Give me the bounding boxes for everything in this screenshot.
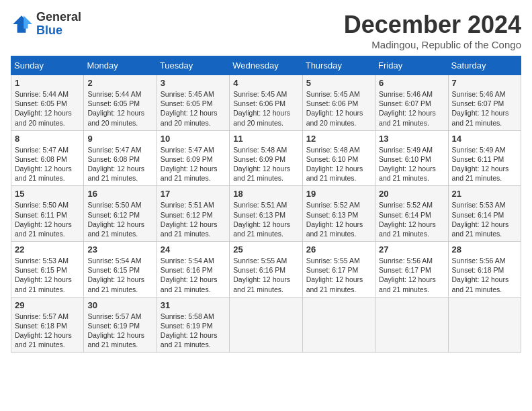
day-content: Sunrise: 5:48 AMSunset: 6:10 PMDaylight:…	[306, 145, 371, 183]
table-row: 17Sunrise: 5:51 AMSunset: 6:12 PMDayligh…	[157, 186, 229, 242]
day-content: Sunrise: 5:52 AMSunset: 6:14 PMDaylight:…	[379, 200, 444, 238]
page-header: General Blue December 2024 Madingou, Rep…	[11, 11, 521, 50]
day-content: Sunrise: 5:50 AMSunset: 6:11 PMDaylight:…	[15, 200, 80, 238]
table-row: 24Sunrise: 5:54 AMSunset: 6:16 PMDayligh…	[157, 242, 229, 298]
calendar-body: 1Sunrise: 5:44 AMSunset: 6:05 PMDaylight…	[11, 75, 521, 353]
table-row: 5Sunrise: 5:45 AMSunset: 6:06 PMDaylight…	[302, 75, 375, 131]
weekday-header-friday: Friday	[375, 56, 448, 75]
day-number: 17	[161, 189, 226, 199]
table-row	[230, 297, 302, 353]
day-number: 4	[233, 78, 298, 88]
table-row: 15Sunrise: 5:50 AMSunset: 6:11 PMDayligh…	[11, 186, 84, 242]
table-row: 29Sunrise: 5:57 AMSunset: 6:18 PMDayligh…	[11, 297, 84, 353]
day-content: Sunrise: 5:57 AMSunset: 6:18 PMDaylight:…	[15, 312, 80, 350]
day-number: 7	[452, 78, 517, 88]
weekday-header-thursday: Thursday	[302, 56, 375, 75]
calendar-week-4: 22Sunrise: 5:53 AMSunset: 6:15 PMDayligh…	[11, 242, 521, 298]
day-content: Sunrise: 5:45 AMSunset: 6:06 PMDaylight:…	[233, 89, 298, 128]
day-content: Sunrise: 5:57 AMSunset: 6:19 PMDaylight:…	[87, 312, 152, 350]
table-row: 28Sunrise: 5:56 AMSunset: 6:18 PMDayligh…	[448, 242, 521, 298]
weekday-row: SundayMondayTuesdayWednesdayThursdayFrid…	[11, 56, 521, 75]
weekday-header-wednesday: Wednesday	[230, 56, 302, 75]
table-row	[302, 297, 375, 353]
day-content: Sunrise: 5:49 AMSunset: 6:10 PMDaylight:…	[379, 145, 444, 183]
table-row: 26Sunrise: 5:55 AMSunset: 6:17 PMDayligh…	[302, 242, 375, 298]
table-row: 8Sunrise: 5:47 AMSunset: 6:08 PMDaylight…	[11, 130, 84, 186]
day-number: 19	[306, 189, 371, 199]
table-row: 25Sunrise: 5:55 AMSunset: 6:16 PMDayligh…	[230, 242, 302, 298]
weekday-header-saturday: Saturday	[448, 56, 521, 75]
calendar-table: SundayMondayTuesdayWednesdayThursdayFrid…	[11, 56, 521, 353]
table-row: 18Sunrise: 5:51 AMSunset: 6:13 PMDayligh…	[230, 186, 302, 242]
day-number: 28	[452, 244, 517, 255]
day-number: 2	[87, 78, 152, 88]
table-row: 2Sunrise: 5:44 AMSunset: 6:05 PMDaylight…	[84, 75, 157, 131]
day-number: 10	[161, 134, 226, 144]
table-row: 31Sunrise: 5:58 AMSunset: 6:19 PMDayligh…	[157, 297, 229, 353]
weekday-header-monday: Monday	[84, 56, 157, 75]
calendar-week-3: 15Sunrise: 5:50 AMSunset: 6:11 PMDayligh…	[11, 186, 521, 242]
table-row: 19Sunrise: 5:52 AMSunset: 6:13 PMDayligh…	[302, 186, 375, 242]
table-row: 30Sunrise: 5:57 AMSunset: 6:19 PMDayligh…	[84, 297, 157, 353]
day-number: 27	[379, 244, 444, 255]
table-row: 3Sunrise: 5:45 AMSunset: 6:05 PMDaylight…	[157, 75, 229, 131]
day-content: Sunrise: 5:56 AMSunset: 6:17 PMDaylight:…	[379, 256, 444, 294]
day-number: 23	[87, 244, 152, 255]
day-content: Sunrise: 5:52 AMSunset: 6:13 PMDaylight:…	[306, 200, 371, 238]
day-number: 13	[379, 134, 444, 144]
day-number: 20	[379, 189, 444, 199]
day-number: 5	[306, 78, 371, 88]
day-content: Sunrise: 5:50 AMSunset: 6:12 PMDaylight:…	[87, 200, 152, 238]
table-row: 1Sunrise: 5:44 AMSunset: 6:05 PMDaylight…	[11, 75, 84, 131]
table-row: 12Sunrise: 5:48 AMSunset: 6:10 PMDayligh…	[302, 130, 375, 186]
table-row: 20Sunrise: 5:52 AMSunset: 6:14 PMDayligh…	[375, 186, 448, 242]
calendar-header: SundayMondayTuesdayWednesdayThursdayFrid…	[11, 56, 521, 75]
day-content: Sunrise: 5:54 AMSunset: 6:15 PMDaylight:…	[87, 256, 152, 294]
table-row: 21Sunrise: 5:53 AMSunset: 6:14 PMDayligh…	[448, 186, 521, 242]
day-number: 15	[15, 189, 80, 199]
weekday-header-tuesday: Tuesday	[157, 56, 229, 75]
day-content: Sunrise: 5:48 AMSunset: 6:09 PMDaylight:…	[233, 145, 298, 183]
table-row	[375, 297, 448, 353]
table-row: 27Sunrise: 5:56 AMSunset: 6:17 PMDayligh…	[375, 242, 448, 298]
calendar-week-2: 8Sunrise: 5:47 AMSunset: 6:08 PMDaylight…	[11, 130, 521, 186]
day-content: Sunrise: 5:44 AMSunset: 6:05 PMDaylight:…	[87, 89, 152, 128]
day-content: Sunrise: 5:51 AMSunset: 6:12 PMDaylight:…	[161, 200, 226, 238]
day-number: 26	[306, 244, 371, 255]
day-number: 12	[306, 134, 371, 144]
day-number: 25	[233, 244, 298, 255]
day-content: Sunrise: 5:51 AMSunset: 6:13 PMDaylight:…	[233, 200, 298, 238]
day-content: Sunrise: 5:47 AMSunset: 6:08 PMDaylight:…	[87, 145, 152, 183]
day-number: 30	[87, 300, 152, 310]
day-content: Sunrise: 5:55 AMSunset: 6:16 PMDaylight:…	[233, 256, 298, 294]
day-number: 14	[452, 134, 517, 144]
table-row: 11Sunrise: 5:48 AMSunset: 6:09 PMDayligh…	[230, 130, 302, 186]
day-content: Sunrise: 5:46 AMSunset: 6:07 PMDaylight:…	[452, 89, 517, 128]
table-row: 4Sunrise: 5:45 AMSunset: 6:06 PMDaylight…	[230, 75, 302, 131]
day-number: 9	[87, 134, 152, 144]
day-number: 8	[15, 134, 80, 144]
table-row: 7Sunrise: 5:46 AMSunset: 6:07 PMDaylight…	[448, 75, 521, 131]
day-content: Sunrise: 5:55 AMSunset: 6:17 PMDaylight:…	[306, 256, 371, 294]
table-row: 16Sunrise: 5:50 AMSunset: 6:12 PMDayligh…	[84, 186, 157, 242]
title-block: December 2024 Madingou, Republic of the …	[344, 11, 521, 50]
day-number: 11	[233, 134, 298, 144]
day-content: Sunrise: 5:46 AMSunset: 6:07 PMDaylight:…	[379, 89, 444, 128]
table-row: 13Sunrise: 5:49 AMSunset: 6:10 PMDayligh…	[375, 130, 448, 186]
day-number: 31	[161, 300, 226, 310]
table-row: 9Sunrise: 5:47 AMSunset: 6:08 PMDaylight…	[84, 130, 157, 186]
day-content: Sunrise: 5:47 AMSunset: 6:09 PMDaylight:…	[161, 145, 226, 183]
logo: General Blue	[11, 11, 81, 38]
day-number: 22	[15, 244, 80, 255]
day-content: Sunrise: 5:49 AMSunset: 6:11 PMDaylight:…	[452, 145, 517, 183]
table-row: 6Sunrise: 5:46 AMSunset: 6:07 PMDaylight…	[375, 75, 448, 131]
calendar-week-5: 29Sunrise: 5:57 AMSunset: 6:18 PMDayligh…	[11, 297, 521, 353]
day-number: 29	[15, 300, 80, 310]
day-number: 6	[379, 78, 444, 88]
day-content: Sunrise: 5:47 AMSunset: 6:08 PMDaylight:…	[15, 145, 80, 183]
day-number: 3	[161, 78, 226, 88]
day-content: Sunrise: 5:53 AMSunset: 6:15 PMDaylight:…	[15, 256, 80, 294]
day-content: Sunrise: 5:45 AMSunset: 6:06 PMDaylight:…	[306, 89, 371, 128]
day-number: 1	[15, 78, 80, 88]
day-number: 16	[87, 189, 152, 199]
